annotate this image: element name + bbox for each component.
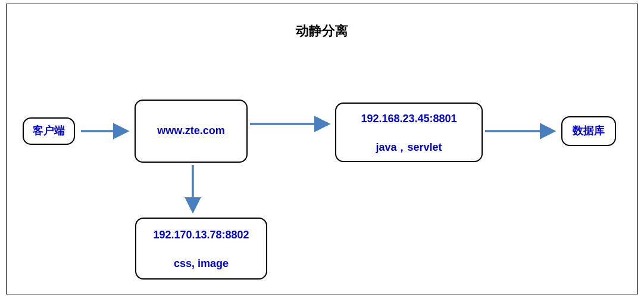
diagram-frame: 动静分离 客户端 www.zte.com 192.168.23.45:8801 … [6,4,638,294]
arrow-gateway-to-dynamic [248,116,337,134]
node-dynamic-ip: 192.168.23.45:8801 [361,113,457,126]
node-static-desc: css, image [174,257,229,271]
node-client: 客户端 [23,117,75,145]
node-gateway: www.zte.com [135,100,248,163]
node-database-label: 数据库 [573,125,605,138]
node-dynamic-desc: java，servlet [376,141,442,154]
diagram-title: 动静分离 [7,22,637,40]
arrow-dynamic-to-db [483,123,563,141]
node-static: 192.170.13.78:8802 css, image [135,218,267,280]
node-dynamic: 192.168.23.45:8801 java，servlet [335,103,483,162]
arrow-gateway-to-static [185,163,203,219]
node-static-ip: 192.170.13.78:8802 [153,229,249,242]
node-database: 数据库 [561,116,616,146]
node-client-label: 客户端 [33,125,65,138]
node-gateway-label: www.zte.com [157,125,224,138]
arrow-client-to-gateway [75,123,135,141]
